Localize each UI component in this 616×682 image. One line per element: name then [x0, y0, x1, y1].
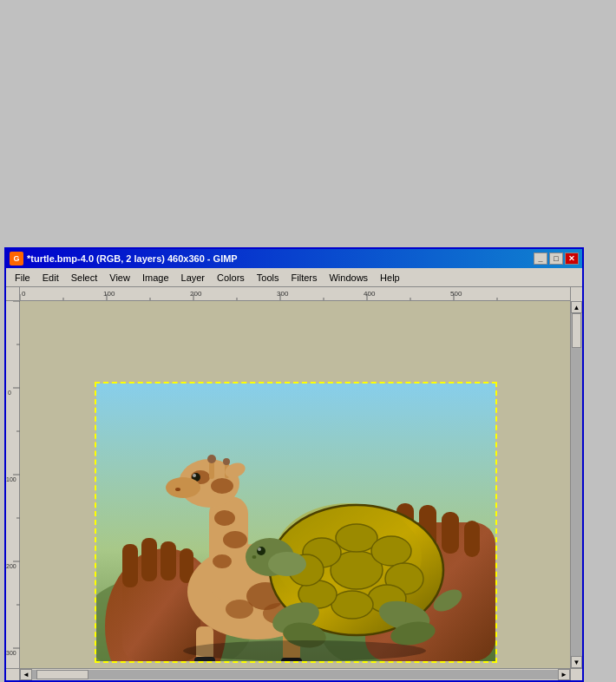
menu-file[interactable]: File — [10, 271, 36, 285]
rulers-row: 0 100 200 300 400 500 — [6, 287, 582, 301]
scroll-track-vertical[interactable] — [571, 313, 582, 656]
scroll-thumb-vertical[interactable] — [572, 313, 581, 348]
canvas-area — [20, 301, 570, 668]
svg-text:400: 400 — [364, 290, 376, 298]
menu-help[interactable]: Help — [375, 271, 405, 285]
bottom-left-corner — [6, 668, 20, 680]
vertical-ruler: 0 100 200 300 — [6, 301, 20, 668]
svg-text:100: 100 — [103, 290, 115, 298]
svg-text:300: 300 — [277, 290, 289, 298]
svg-text:200: 200 — [190, 290, 202, 298]
menu-layer[interactable]: Layer — [176, 271, 211, 285]
bottom-right-corner — [570, 668, 582, 680]
title-bar: G *turtle.bmp-4.0 (RGB, 2 layers) 460x36… — [6, 249, 582, 268]
close-button[interactable]: ✕ — [565, 252, 579, 265]
menu-filters[interactable]: Filters — [286, 271, 323, 285]
ruler-corner — [6, 287, 20, 301]
svg-text:0: 0 — [8, 390, 11, 396]
scroll-right-button[interactable]: ► — [558, 669, 570, 680]
menu-tools[interactable]: Tools — [252, 271, 285, 285]
svg-text:0: 0 — [22, 290, 26, 298]
selection-border — [95, 382, 497, 663]
maximize-button[interactable]: □ — [549, 252, 563, 265]
title-bar-left: G *turtle.bmp-4.0 (RGB, 2 layers) 460x36… — [10, 252, 238, 266]
right-scrollbar[interactable]: ▲ ▼ — [570, 301, 582, 668]
horizontal-ruler: 0 100 200 300 400 500 — [20, 287, 570, 301]
minimize-button[interactable]: _ — [534, 252, 547, 265]
ruler-corner-right — [570, 287, 582, 301]
menu-image[interactable]: Image — [137, 271, 174, 285]
h-scroll-thumb[interactable] — [36, 670, 88, 679]
menu-view[interactable]: View — [104, 271, 135, 285]
app-icon: G — [10, 252, 23, 266]
svg-text:200: 200 — [6, 563, 16, 569]
svg-text:500: 500 — [450, 290, 462, 298]
window-title: *turtle.bmp-4.0 (RGB, 2 layers) 460x360 … — [27, 253, 238, 264]
title-buttons: _ □ ✕ — [534, 252, 579, 265]
scroll-down-button[interactable]: ▼ — [571, 656, 582, 668]
menu-colors[interactable]: Colors — [212, 271, 250, 285]
menu-edit[interactable]: Edit — [37, 271, 64, 285]
scroll-up-button[interactable]: ▲ — [571, 301, 582, 313]
menu-select[interactable]: Select — [66, 271, 103, 285]
scroll-left-button[interactable]: ◄ — [20, 669, 32, 680]
h-scroll-track[interactable] — [32, 670, 558, 679]
content-area: 0 100 200 300 — [6, 301, 582, 668]
svg-text:300: 300 — [6, 650, 16, 656]
menu-windows[interactable]: Windows — [324, 271, 373, 285]
gimp-window: G *turtle.bmp-4.0 (RGB, 2 layers) 460x36… — [4, 247, 584, 682]
svg-text:100: 100 — [6, 476, 16, 482]
bottom-row: ◄ ► — [6, 668, 582, 680]
horizontal-scrollbar[interactable]: ◄ ► — [20, 668, 570, 680]
menu-bar: File Edit Select View Image Layer Colors… — [6, 268, 582, 287]
image-container — [96, 384, 495, 661]
